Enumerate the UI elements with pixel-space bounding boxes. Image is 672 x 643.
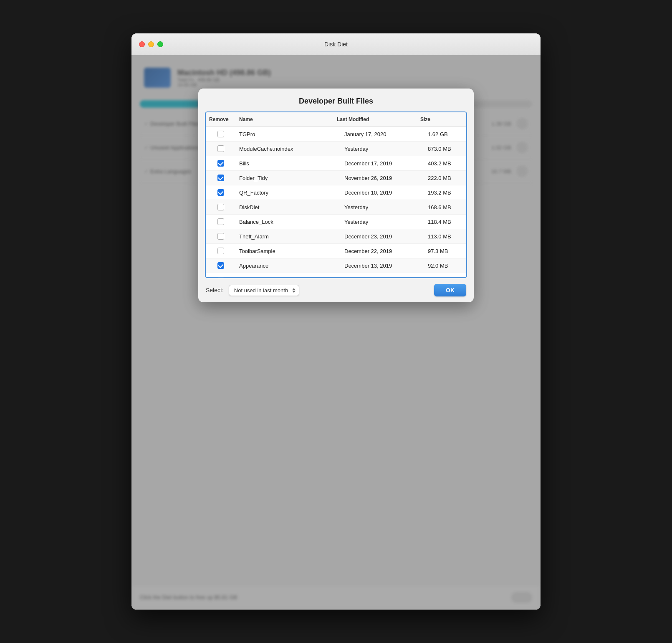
checkbox-cell — [206, 172, 236, 183]
file-date: December 13, 2019 — [341, 261, 424, 271]
ok-button[interactable]: OK — [434, 284, 466, 296]
checkbox-cell — [206, 129, 236, 139]
window-title: Disk Diet — [324, 41, 348, 48]
close-button[interactable] — [139, 41, 145, 47]
modal-overlay: Developer Built Files Remove Name Last M… — [131, 55, 541, 610]
table-body: TGProJanuary 17, 20201.62 GBModuleCache.… — [206, 127, 466, 277]
file-name: ToolbarSample — [236, 246, 341, 256]
file-checkbox[interactable] — [217, 189, 224, 196]
table-row: Folder_TidyNovember 26, 2019222.0 MB — [206, 171, 466, 185]
file-name: Test2 — [236, 275, 341, 278]
dropdown-value: Not used in last month — [234, 287, 288, 294]
file-name: TGPro — [236, 129, 341, 139]
file-size: 118.4 MB — [424, 217, 466, 227]
select-label: Select: — [206, 287, 224, 294]
file-name: ModuleCache.noindex — [236, 144, 341, 154]
file-checkbox[interactable] — [217, 175, 224, 181]
title-bar: Disk Diet — [131, 33, 541, 55]
file-date: Yesterday — [341, 202, 424, 213]
file-size: 92.0 MB — [424, 261, 466, 271]
table-row: AppearanceDecember 13, 201992.0 MB — [206, 258, 466, 273]
checkbox-cell — [206, 260, 236, 271]
file-checkbox[interactable] — [217, 233, 224, 240]
file-size: 403.2 MB — [424, 158, 466, 169]
file-date: Yesterday — [341, 144, 424, 154]
checkbox-cell — [206, 202, 236, 213]
file-date: December 17, 2019 — [341, 158, 424, 169]
file-checkbox[interactable] — [217, 204, 224, 210]
file-name: Folder_Tidy — [236, 173, 341, 183]
file-size: 113.0 MB — [424, 231, 466, 242]
checkbox-cell — [206, 231, 236, 242]
file-date: December 10, 2019 — [341, 187, 424, 198]
file-checkbox[interactable] — [217, 277, 224, 277]
checkbox-cell — [206, 246, 236, 256]
mac-window: Disk Diet Macintosh HD (498.86 GB) Total… — [131, 33, 541, 610]
checkbox-cell — [206, 158, 236, 169]
file-size: 193.2 MB — [424, 187, 466, 198]
filter-dropdown[interactable]: Not used in last month — [229, 285, 299, 296]
file-checkbox[interactable] — [217, 262, 224, 269]
modal-footer: Select: Not used in last month OK — [198, 278, 474, 302]
traffic-lights — [139, 41, 163, 47]
file-date: January 17, 2020 — [341, 129, 424, 139]
file-date: Yesterday — [341, 217, 424, 227]
file-checkbox[interactable] — [217, 218, 224, 225]
file-checkbox[interactable] — [217, 145, 224, 152]
file-size: 90.7 MB — [424, 275, 466, 278]
file-size: 97.3 MB — [424, 246, 466, 256]
minimize-button[interactable] — [148, 41, 154, 47]
table-row: TGProJanuary 17, 20201.62 GB — [206, 127, 466, 142]
col-header-modified: Last Modified — [333, 115, 417, 124]
dialog-title: Developer Built Files — [198, 89, 474, 111]
file-name: Bills — [236, 158, 341, 169]
checkbox-cell — [206, 143, 236, 154]
table-row: ModuleCache.noindexYesterday873.0 MB — [206, 142, 466, 156]
file-checkbox[interactable] — [217, 131, 224, 137]
file-name: Balance_Lock — [236, 217, 341, 227]
maximize-button[interactable] — [157, 41, 163, 47]
file-date: November 26, 2019 — [341, 173, 424, 183]
file-date: December 23, 2019 — [341, 231, 424, 242]
table-row: QR_FactoryDecember 10, 2019193.2 MB — [206, 185, 466, 200]
file-size: 873.0 MB — [424, 144, 466, 154]
file-name: QR_Factory — [236, 187, 341, 198]
file-name: Appearance — [236, 261, 341, 271]
table-row: DiskDietYesterday168.6 MB — [206, 200, 466, 215]
modal-dialog: Developer Built Files Remove Name Last M… — [198, 89, 474, 302]
checkbox-cell — [206, 275, 236, 277]
file-date: November 24, 2019 — [341, 275, 424, 278]
file-size: 222.0 MB — [424, 173, 466, 183]
checkbox-cell — [206, 187, 236, 198]
col-header-size: Size — [417, 115, 459, 124]
col-header-remove: Remove — [206, 115, 236, 124]
file-name: Theft_Alarm — [236, 231, 341, 242]
table-row: Test2November 24, 201990.7 MB — [206, 273, 466, 277]
table-row: Theft_AlarmDecember 23, 2019113.0 MB — [206, 229, 466, 244]
dropdown-arrow-icon — [292, 288, 296, 293]
file-date: December 22, 2019 — [341, 246, 424, 256]
table-header: Remove Name Last Modified Size — [206, 112, 466, 127]
table-row: BillsDecember 17, 2019403.2 MB — [206, 156, 466, 171]
file-size: 168.6 MB — [424, 202, 466, 213]
file-checkbox[interactable] — [217, 160, 224, 167]
file-table: Remove Name Last Modified Size TGProJanu… — [205, 111, 467, 278]
checkbox-cell — [206, 216, 236, 227]
table-row: ToolbarSampleDecember 22, 201997.3 MB — [206, 244, 466, 258]
col-header-name: Name — [236, 115, 333, 124]
file-size: 1.62 GB — [424, 129, 466, 139]
table-row: Balance_LockYesterday118.4 MB — [206, 215, 466, 229]
file-checkbox[interactable] — [217, 248, 224, 254]
file-name: DiskDiet — [236, 202, 341, 213]
window-content: Macintosh HD (498.86 GB) Total Fo. 498.8… — [131, 55, 541, 610]
